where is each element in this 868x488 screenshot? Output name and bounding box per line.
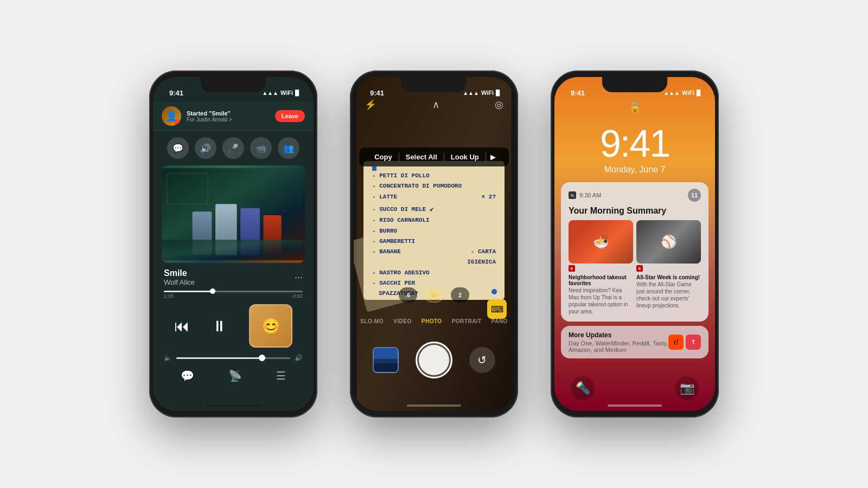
- facetime-for: For Justin Arnold >: [187, 117, 270, 123]
- live-text-icon: ⌨: [491, 304, 503, 314]
- mode-slomo[interactable]: SLO-MO: [360, 318, 384, 324]
- album-art: [162, 165, 305, 263]
- shutter-button[interactable]: [416, 342, 452, 378]
- more-button[interactable]: ···: [295, 272, 303, 283]
- status-time-2: 9:41: [370, 89, 384, 97]
- article-1-image: [569, 220, 633, 264]
- music-controls-row: 💬 🔊 🎤 📹 👥: [153, 131, 314, 165]
- facetime-avatar: 👤: [162, 106, 181, 126]
- camera-icon-container: 📷: [675, 376, 699, 400]
- wifi-icon-3: WiFi: [682, 89, 694, 96]
- wifi-icon-1: WiFi: [280, 89, 293, 96]
- live-mode-button[interactable]: ◎: [495, 99, 503, 111]
- flip-camera-button[interactable]: ↺: [469, 347, 495, 373]
- video-button[interactable]: 📹: [250, 137, 272, 159]
- chevron-up-icon[interactable]: ∧: [432, 99, 439, 111]
- phone-2: don't forget anymore - PETTI DI POLLO - …: [350, 70, 518, 418]
- note-line-8: - BANANE- CARTA: [372, 247, 496, 257]
- home-indicator-1: [206, 404, 260, 407]
- facetime-pip[interactable]: 😊: [249, 304, 292, 348]
- more-updates-icons: r/ T: [668, 335, 701, 350]
- svg-rect-13: [374, 348, 399, 359]
- more-ocr-button[interactable]: ▶: [486, 150, 500, 164]
- look-up-button[interactable]: Look Up: [444, 150, 486, 164]
- news-app-icon: N: [569, 191, 576, 199]
- time-remaining: -2:02: [291, 293, 303, 299]
- note-line-3: - LATTE× 2?: [372, 192, 496, 202]
- list-tab[interactable]: ☰: [276, 369, 286, 382]
- note-line-5: - RISO CARNAROLI: [372, 215, 496, 226]
- vol-low-icon: 🔈: [164, 354, 172, 362]
- home-indicator-2: [407, 404, 461, 407]
- airplay-tab[interactable]: 📡: [228, 369, 242, 382]
- lock-icon-container: 🔒: [554, 101, 715, 114]
- more-updates-apps: Day One, WaterMinder, Reddit, Tasty, Ama…: [569, 340, 668, 353]
- camera-icon: 📷: [680, 381, 694, 395]
- zoom-1x[interactable]: 1×: [425, 287, 443, 303]
- camera-top-controls: ⚡ ∧ ◎: [354, 97, 514, 113]
- note-line-2: - CONCENTRATO DI POMODORO: [372, 181, 496, 191]
- mode-video[interactable]: VIDEO: [393, 318, 412, 324]
- svg-rect-6: [162, 240, 305, 260]
- note-line-7: - GAMBERETTI: [372, 236, 496, 247]
- article-1-title: Neighborhood takeout favorites: [569, 273, 633, 287]
- copy-button[interactable]: Copy: [368, 150, 399, 164]
- facetime-bar: 👤 Started "Smile" For Justin Arnold > Le…: [153, 102, 314, 131]
- lock-icon: 🔒: [628, 101, 642, 113]
- song-info: Smile Wolf Alice ···: [153, 263, 314, 288]
- lock-bottom: 🔦 📷: [554, 376, 715, 400]
- leave-button[interactable]: Leave: [275, 110, 305, 122]
- note-line-9: IGIENICA: [372, 257, 496, 267]
- chat-tab[interactable]: 💬: [181, 369, 194, 382]
- phone-1: 9:41 ▲▲▲ WiFi ▉ 👤 Started "Smile" For Ju…: [149, 70, 317, 418]
- chat-button[interactable]: 💬: [167, 137, 189, 159]
- volume-fill: [176, 357, 262, 359]
- live-text-badge[interactable]: ⌨: [487, 299, 507, 319]
- mode-portrait[interactable]: PORTRAIT: [452, 318, 482, 324]
- progress-bar[interactable]: 1:15 -2:02: [153, 288, 314, 300]
- volume-thumb: [259, 355, 265, 361]
- volume-row: 🔈 🔊: [153, 352, 314, 364]
- battery-icon-2: ▉: [496, 90, 500, 96]
- camera-button[interactable]: 📷: [675, 376, 699, 400]
- select-all-button[interactable]: Select All: [399, 150, 444, 164]
- article-2-body: With the All-Star Game just around the c…: [636, 281, 701, 309]
- mode-photo[interactable]: PHOTO: [422, 318, 442, 324]
- flashlight-icon-container: 🔦: [571, 376, 595, 400]
- phone-1-screen: 9:41 ▲▲▲ WiFi ▉ 👤 Started "Smile" For Ju…: [153, 77, 314, 411]
- time-elapsed: 1:15: [164, 293, 174, 299]
- article-2-title: All-Star Week is coming!: [636, 273, 701, 281]
- people-button[interactable]: 👥: [278, 137, 299, 159]
- flash-button[interactable]: ⚡: [365, 99, 376, 111]
- photo-thumbnail[interactable]: [373, 347, 399, 373]
- ocr-toolbar: Copy Select All Look Up ▶: [359, 147, 509, 166]
- zoom-06[interactable]: .6: [399, 287, 417, 303]
- flip-icon: ↺: [477, 354, 487, 367]
- bottom-tabs: 💬 📡 ☰: [153, 364, 314, 384]
- camera-modes: SLO-MO VIDEO PHOTO PORTRAIT PANO: [354, 318, 514, 324]
- notif-badge: 11: [688, 189, 701, 202]
- volume-button[interactable]: 🔊: [195, 137, 216, 159]
- volume-slider[interactable]: [176, 357, 290, 359]
- lock-time-display: 9:41: [554, 125, 715, 163]
- wifi-icon-2: WiFi: [481, 89, 494, 96]
- rewind-button[interactable]: ⏮: [174, 317, 189, 335]
- note-line-10: - NASTRO ADESIVO: [372, 268, 496, 278]
- signal-icon-1: ▲▲▲: [262, 90, 278, 96]
- status-time-3: 9:41: [571, 89, 585, 97]
- signal-icon-2: ▲▲▲: [463, 90, 479, 96]
- articles-row: E Neighborhood takeout favorites Need in…: [569, 220, 701, 315]
- pause-button[interactable]: ⏸: [206, 312, 233, 339]
- phone-2-screen: don't forget anymore - PETTI DI POLLO - …: [354, 77, 514, 411]
- flashlight-button[interactable]: 🔦: [571, 376, 595, 400]
- article-2: E All-Star Week is coming! With the All-…: [636, 220, 701, 315]
- zoom-2[interactable]: 2: [451, 287, 469, 303]
- battery-icon-1: ▉: [295, 90, 299, 96]
- reddit-icon: r/: [668, 335, 684, 350]
- notif-title: Your Morning Summary: [569, 206, 701, 216]
- progress-thumb: [210, 288, 215, 294]
- mic-button[interactable]: 🎤: [222, 137, 244, 159]
- notch-1: [201, 77, 266, 92]
- mode-pano[interactable]: PANO: [492, 318, 508, 324]
- signal-icon-3: ▲▲▲: [663, 90, 680, 96]
